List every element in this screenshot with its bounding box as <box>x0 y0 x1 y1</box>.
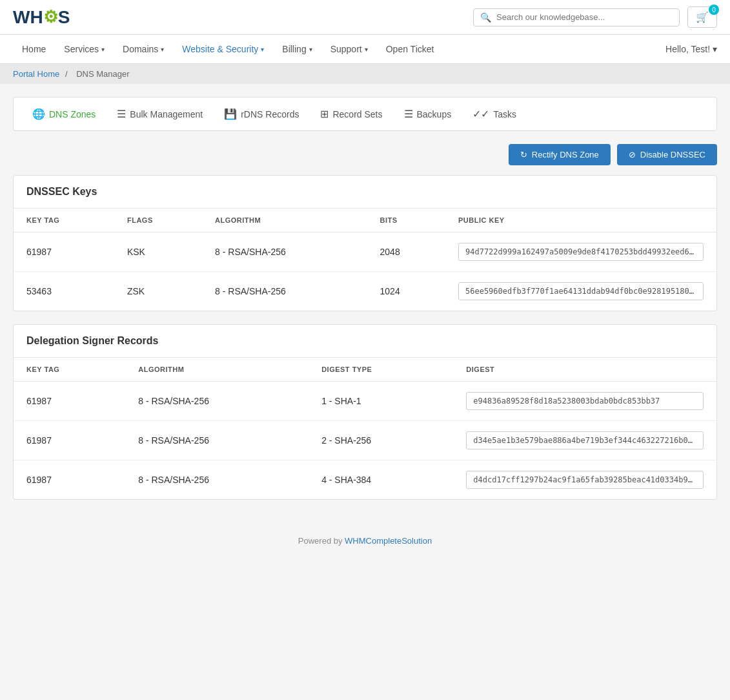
cart-badge: 0 <box>709 5 719 15</box>
dnssec-table: KEY TAG FLAGS ALGORITHM BITS PUBLIC KEY … <box>14 209 716 311</box>
websec-chevron: ▾ <box>261 46 264 53</box>
disable-dnssec-button[interactable]: ⊘ Disable DNSSEC <box>617 144 717 165</box>
dnssec-title: DNSSEC Keys <box>14 176 716 209</box>
search-icon: 🔍 <box>480 12 491 23</box>
tab-bulk-management[interactable]: ☰ Bulk Management <box>108 104 212 124</box>
delegation-title: Delegation Signer Records <box>14 325 716 358</box>
nav-open-ticket[interactable]: Open Ticket <box>377 35 443 63</box>
search-bar: 🔍 <box>473 8 680 26</box>
del-cell-key-tag: 61987 <box>14 382 125 421</box>
tab-tasks[interactable]: ✓✓ Tasks <box>463 104 525 124</box>
col-bits: BITS <box>367 209 445 232</box>
del-cell-algorithm: 8 - RSA/SHA-256 <box>125 382 309 421</box>
tab-dns-zones-label: DNS Zones <box>49 109 96 119</box>
main-nav: Home Services ▾ Domains ▾ Website & Secu… <box>0 35 730 64</box>
del-cell-key-tag: 61987 <box>14 421 125 460</box>
cell-public-key <box>445 272 716 311</box>
rdns-icon: 💾 <box>224 108 237 120</box>
tab-backups[interactable]: ☰ Backups <box>395 104 461 124</box>
digest-input[interactable] <box>466 431 704 449</box>
cell-algorithm: 8 - RSA/SHA-256 <box>202 272 367 311</box>
col-public-key: PUBLIC KEY <box>445 209 716 232</box>
domains-chevron: ▾ <box>161 46 164 53</box>
nav-website-security[interactable]: Website & Security ▾ <box>173 35 273 63</box>
del-cell-digest-type: 1 - SHA-1 <box>309 382 453 421</box>
action-bar: ↻ Rectify DNS Zone ⊘ Disable DNSSEC <box>13 144 717 165</box>
delegation-table: KEY TAG ALGORITHM DIGEST TYPE DIGEST 619… <box>14 358 716 499</box>
tab-record-sets[interactable]: ⊞ Record Sets <box>311 104 391 124</box>
bulk-mgmt-icon: ☰ <box>117 108 126 120</box>
table-row: 61987 8 - RSA/SHA-256 1 - SHA-1 <box>14 382 716 421</box>
breadcrumb-home[interactable]: Portal Home <box>13 69 59 79</box>
table-row: 61987 8 - RSA/SHA-256 4 - SHA-384 <box>14 460 716 500</box>
logo-wh: WH <box>13 7 43 28</box>
rectify-dns-button[interactable]: ↻ Rectify DNS Zone <box>509 144 611 165</box>
table-row: 61987 8 - RSA/SHA-256 2 - SHA-256 <box>14 421 716 460</box>
col-algorithm: ALGORITHM <box>202 209 367 232</box>
cell-bits: 1024 <box>367 272 445 311</box>
nav-domains[interactable]: Domains ▾ <box>114 35 173 63</box>
tasks-icon: ✓✓ <box>472 108 489 120</box>
user-greeting[interactable]: Hello, Test! ▾ <box>665 44 717 54</box>
nav-left: Home Services ▾ Domains ▾ Website & Secu… <box>13 35 443 63</box>
del-cell-digest <box>453 421 716 460</box>
digest-input[interactable] <box>466 471 704 489</box>
tab-record-sets-label: Record Sets <box>332 109 382 119</box>
dnssec-card: DNSSEC Keys KEY TAG FLAGS ALGORITHM BITS… <box>13 175 717 311</box>
del-cell-digest-type: 2 - SHA-256 <box>309 421 453 460</box>
table-row: 61987 KSK 8 - RSA/SHA-256 2048 <box>14 232 716 272</box>
footer-link[interactable]: WHMCompleteSolution <box>345 536 432 546</box>
logo: WH⚙S <box>13 7 70 28</box>
disable-label: Disable DNSSEC <box>640 150 705 160</box>
del-cell-digest <box>453 460 716 500</box>
record-sets-icon: ⊞ <box>320 108 329 120</box>
support-chevron: ▾ <box>365 46 368 53</box>
tab-dns-zones[interactable]: 🌐 DNS Zones <box>23 104 105 124</box>
digest-input[interactable] <box>466 392 704 410</box>
tab-bulk-label: Bulk Management <box>130 109 203 119</box>
backups-icon: ☰ <box>404 108 413 120</box>
nav-home[interactable]: Home <box>13 35 55 63</box>
footer-text: Powered by <box>298 536 345 546</box>
cell-key-tag: 53463 <box>14 272 114 311</box>
main-content: 🌐 DNS Zones ☰ Bulk Management 💾 rDNS Rec… <box>0 84 730 526</box>
logo-gear: ⚙ <box>43 7 58 27</box>
tab-rdns-records[interactable]: 💾 rDNS Records <box>215 104 308 124</box>
table-row: 53463 ZSK 8 - RSA/SHA-256 1024 <box>14 272 716 311</box>
cell-bits: 2048 <box>367 232 445 272</box>
delegation-card: Delegation Signer Records KEY TAG ALGORI… <box>13 324 717 500</box>
rectify-icon: ↻ <box>520 150 527 160</box>
footer: Powered by WHMCompleteSolution <box>0 526 730 556</box>
services-chevron: ▾ <box>101 46 105 53</box>
del-col-digest-type: DIGEST TYPE <box>309 358 453 382</box>
cell-public-key <box>445 232 716 272</box>
dnssec-header-row: KEY TAG FLAGS ALGORITHM BITS PUBLIC KEY <box>14 209 716 232</box>
del-cell-digest <box>453 382 716 421</box>
rectify-label: Rectify DNS Zone <box>532 150 599 160</box>
nav-billing[interactable]: Billing ▾ <box>273 35 321 63</box>
nav-support[interactable]: Support ▾ <box>321 35 377 63</box>
del-col-key-tag: KEY TAG <box>14 358 125 382</box>
search-input[interactable] <box>496 12 673 22</box>
col-key-tag: KEY TAG <box>14 209 114 232</box>
nav-services[interactable]: Services ▾ <box>55 35 114 63</box>
tab-tasks-label: Tasks <box>493 109 516 119</box>
del-cell-digest-type: 4 - SHA-384 <box>309 460 453 500</box>
dns-zones-icon: 🌐 <box>32 108 45 120</box>
breadcrumb: Portal Home / DNS Manager <box>0 64 730 84</box>
col-flags: FLAGS <box>114 209 202 232</box>
cell-flags: KSK <box>114 232 202 272</box>
breadcrumb-current: DNS Manager <box>76 69 129 79</box>
del-cell-key-tag: 61987 <box>14 460 125 500</box>
tab-backups-label: Backups <box>417 109 452 119</box>
top-header: WH⚙S 🔍 🛒 0 <box>0 0 730 35</box>
breadcrumb-separator: / <box>65 69 68 79</box>
public-key-input[interactable] <box>458 243 704 261</box>
public-key-input[interactable] <box>458 282 704 300</box>
cart-button[interactable]: 🛒 0 <box>687 6 717 28</box>
del-col-digest: DIGEST <box>453 358 716 382</box>
del-cell-algorithm: 8 - RSA/SHA-256 <box>125 460 309 500</box>
billing-chevron: ▾ <box>309 46 312 53</box>
logo-s: S <box>58 7 70 28</box>
del-col-algorithm: ALGORITHM <box>125 358 309 382</box>
